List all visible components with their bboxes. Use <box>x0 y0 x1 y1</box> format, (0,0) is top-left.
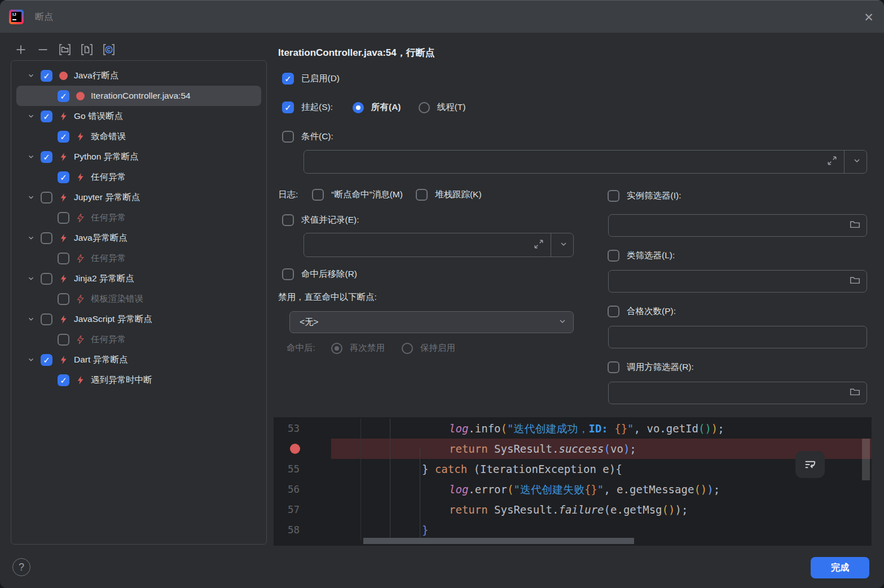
tree-row[interactable]: 任何异常 <box>16 207 261 228</box>
gutter[interactable]: 55 <box>274 459 361 479</box>
chevron-down-icon[interactable] <box>27 112 36 120</box>
soft-wrap-button[interactable] <box>795 451 825 478</box>
chevron-down-icon[interactable] <box>27 275 36 282</box>
evaluate-checkbox[interactable] <box>282 214 294 226</box>
tree-item-checkbox[interactable] <box>58 293 69 305</box>
gutter[interactable]: 57 <box>274 499 361 520</box>
tree-row[interactable]: JavaScript 异常断点 <box>16 309 261 329</box>
chevron-down-icon[interactable] <box>27 193 36 201</box>
chevron-down-icon[interactable] <box>27 315 36 323</box>
gutter[interactable] <box>274 439 361 459</box>
evaluate-input[interactable] <box>304 233 574 257</box>
chevron-down-icon[interactable] <box>27 153 36 161</box>
expand-editor-icon[interactable] <box>827 156 837 168</box>
tree-item-checkbox[interactable] <box>58 171 69 183</box>
help-button[interactable]: ? <box>12 558 30 576</box>
code-text: log.error("迭代创建失败{}", e.getMessage()); <box>390 479 720 499</box>
tree-row[interactable]: Java行断点 <box>16 65 261 86</box>
suspend-checkbox[interactable] <box>282 101 294 113</box>
gutter[interactable]: 58 <box>274 520 361 540</box>
class-filters-checkbox[interactable] <box>608 250 619 262</box>
tree-row[interactable]: Go 错误断点 <box>16 106 261 126</box>
group-by-class-button[interactable] <box>102 43 116 56</box>
caller-filters-input[interactable] <box>608 382 867 404</box>
vertical-scrollbar[interactable] <box>862 439 870 480</box>
tree-item-checkbox[interactable] <box>41 70 52 82</box>
horizontal-scrollbar[interactable] <box>363 538 634 544</box>
tree-item-checkbox[interactable] <box>58 374 69 386</box>
condition-checkbox[interactable] <box>282 131 294 143</box>
expand-editor-icon[interactable] <box>534 239 544 251</box>
folder-icon[interactable] <box>850 387 860 400</box>
gutter[interactable]: 56 <box>274 479 361 499</box>
instance-filters-input[interactable] <box>608 214 867 237</box>
tree-row[interactable]: 遇到异常时中断 <box>16 370 261 390</box>
pass-count-label: 合格次数(P): <box>627 306 676 317</box>
tree-row[interactable]: 任何异常 <box>16 167 261 187</box>
tree-item-checkbox[interactable] <box>41 232 52 244</box>
move-to-group-button[interactable] <box>80 43 94 56</box>
tree-item-label: 遇到异常时中断 <box>91 374 152 386</box>
evaluate-label: 求值并记录(E): <box>301 214 359 226</box>
tree-row[interactable]: Jinja2 异常断点 <box>16 268 261 289</box>
tree-row[interactable]: IterationController.java:54 <box>16 86 261 106</box>
tree-item-checkbox[interactable] <box>58 212 69 224</box>
tree-item-label: JavaScript 异常断点 <box>74 313 152 325</box>
suspend-thread-radio[interactable] <box>419 102 430 113</box>
log-message-checkbox[interactable] <box>312 189 324 201</box>
tree-item-checkbox[interactable] <box>58 90 69 102</box>
disable-until-select[interactable]: <无> <box>289 311 574 333</box>
condition-label: 条件(C): <box>301 131 333 143</box>
stack-trace-checkbox[interactable] <box>416 189 428 201</box>
tree-item-label: Java行断点 <box>74 70 118 82</box>
tree-row[interactable]: Python 异常断点 <box>16 147 261 167</box>
tree-row[interactable]: 模板渲染错误 <box>16 289 261 309</box>
breakpoint-type-icon <box>75 132 85 142</box>
suspend-all-radio[interactable] <box>353 102 364 113</box>
condition-input[interactable] <box>304 150 867 174</box>
tree-row[interactable]: Jupyter 异常断点 <box>16 187 261 207</box>
instance-filters-label: 实例筛选器(I): <box>627 190 681 202</box>
breakpoint-type-icon <box>75 173 85 182</box>
instance-filters-checkbox[interactable] <box>608 190 619 202</box>
tree-row[interactable]: Java异常断点 <box>16 228 261 248</box>
tree-item-checkbox[interactable] <box>58 253 69 264</box>
add-breakpoint-button[interactable] <box>14 43 28 56</box>
tree-item-checkbox[interactable] <box>41 313 52 325</box>
chevron-down-icon[interactable] <box>559 240 568 251</box>
chevron-down-icon[interactable] <box>27 356 36 364</box>
gutter-fold-column <box>361 459 390 479</box>
class-brackets-icon <box>103 43 115 56</box>
breakpoint-dot-icon[interactable] <box>290 444 300 454</box>
breakpoint-type-icon <box>58 233 68 243</box>
tree-item-checkbox[interactable] <box>58 334 69 346</box>
pass-count-checkbox[interactable] <box>608 306 619 317</box>
tree-item-checkbox[interactable] <box>41 110 52 122</box>
tree-row[interactable]: 任何异常 <box>16 329 261 350</box>
pass-count-input[interactable] <box>608 326 867 348</box>
remove-breakpoint-button[interactable] <box>36 43 50 56</box>
tree-row[interactable]: Dart 异常断点 <box>16 350 261 370</box>
tree-item-checkbox[interactable] <box>58 131 69 143</box>
class-filters-input[interactable] <box>608 270 867 293</box>
remove-after-hit-checkbox[interactable] <box>282 268 294 280</box>
gutter[interactable]: 53 <box>274 418 361 439</box>
caller-filters-checkbox[interactable] <box>608 361 619 373</box>
folder-icon[interactable] <box>850 275 860 288</box>
done-button[interactable]: 完成 <box>811 557 869 578</box>
group-by-file-button[interactable] <box>58 43 72 56</box>
close-icon[interactable]: ✕ <box>861 10 876 25</box>
tree-row[interactable]: 任何异常 <box>16 248 261 268</box>
tree-item-label: IterationController.java:54 <box>91 91 191 101</box>
tree-item-checkbox[interactable] <box>41 192 52 204</box>
tree-item-checkbox[interactable] <box>41 354 52 366</box>
tree-row[interactable]: 致命错误 <box>16 126 261 147</box>
tree-item-checkbox[interactable] <box>41 151 52 163</box>
tree-item-checkbox[interactable] <box>41 273 52 285</box>
folder-icon[interactable] <box>850 219 860 232</box>
chevron-down-icon[interactable] <box>27 234 36 242</box>
chevron-down-icon[interactable] <box>852 156 861 167</box>
enabled-checkbox[interactable] <box>282 73 294 85</box>
chevron-down-icon[interactable] <box>27 72 36 79</box>
disable-again-label: 再次禁用 <box>350 342 385 354</box>
